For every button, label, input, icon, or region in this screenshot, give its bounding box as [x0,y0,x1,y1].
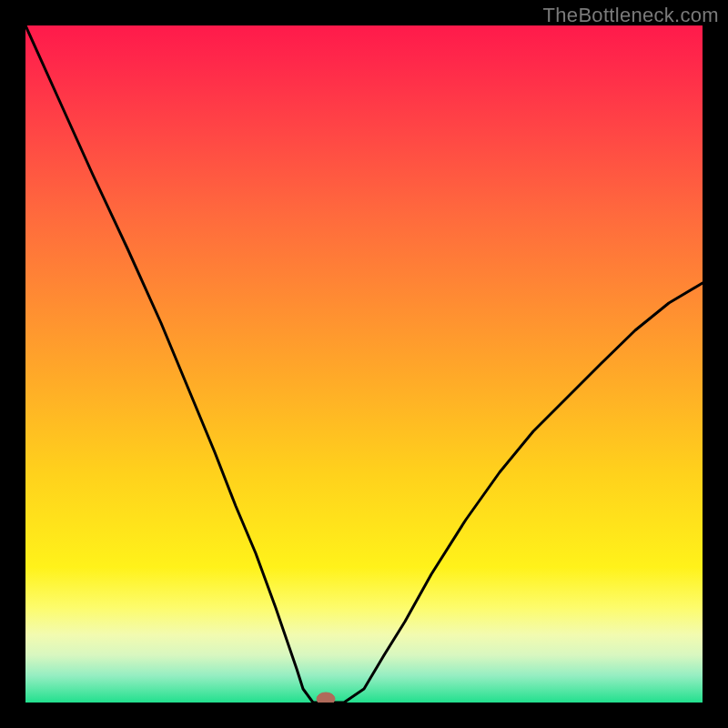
watermark-text: TheBottleneck.com [543,4,719,27]
curve-path [25,25,703,703]
optimal-point-marker [317,693,335,703]
bottleneck-curve [25,25,703,703]
plot-area [25,25,703,703]
chart-frame: TheBottleneck.com [0,0,728,728]
